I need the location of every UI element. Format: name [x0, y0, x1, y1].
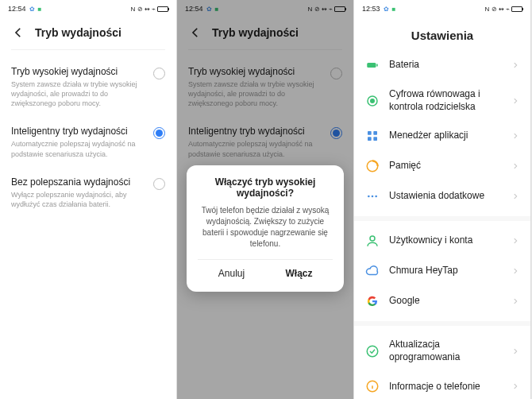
chevron-right-icon: [511, 234, 519, 248]
screen-performance-mode: 12:54 ✿ ■ N ⊘ ↭ ⌁ Tryb wydajności Tryb w…: [0, 0, 177, 399]
divider: [11, 49, 165, 50]
svg-point-9: [368, 196, 370, 198]
row-label: Użytkownicy i konta: [389, 234, 502, 247]
wellbeing-icon: [365, 94, 380, 108]
header: Tryb wydajności: [0, 17, 176, 46]
settings-row-battery[interactable]: Bateria: [365, 50, 519, 80]
svg-rect-0: [367, 63, 376, 68]
google-icon: [365, 294, 380, 308]
settings-row-digital-balance[interactable]: Cyfrowa równowaga i kontrola rodzicielsk…: [365, 80, 519, 121]
settings-row-cloud[interactable]: Chmura HeyTap: [365, 256, 519, 286]
status-bar: 12:54 ✿ ■ N ⊘ ↭ ⌁: [0, 0, 176, 17]
status-dot2-icon: ■: [38, 6, 42, 13]
additional-icon: [365, 189, 380, 203]
svg-rect-4: [368, 131, 372, 135]
option-high-performance[interactable]: Tryb wysokiej wydajności System zawsze d…: [11, 58, 165, 118]
settings-row-memory[interactable]: Pamięć: [365, 151, 519, 181]
chevron-right-icon: [511, 159, 519, 173]
apps-icon: [365, 129, 380, 143]
settings-row-additional[interactable]: Ustawienia dodatkowe: [365, 181, 519, 211]
settings-row-update[interactable]: Aktualizacja oprogramowania: [365, 331, 519, 371]
chevron-right-icon: [511, 379, 519, 393]
settings-row-google[interactable]: Google: [365, 286, 519, 316]
chevron-right-icon: [511, 58, 519, 72]
memory-icon: [365, 159, 380, 173]
battery-icon: [157, 6, 168, 12]
svg-rect-6: [368, 138, 372, 141]
svg-rect-5: [373, 131, 377, 135]
radio-icon[interactable]: [153, 178, 165, 190]
status-right: N ⊘ ↭ ⌁: [485, 6, 510, 13]
battery-icon: [511, 6, 522, 12]
status-time: 12:54: [8, 5, 26, 13]
confirm-dialog: Włączyć tryb wysokiej wydajności? Twój t…: [187, 165, 344, 292]
chevron-right-icon: [511, 129, 519, 143]
svg-point-12: [370, 236, 375, 241]
svg-point-13: [367, 346, 378, 357]
battery-row-icon: [365, 58, 380, 72]
chevron-right-icon: [511, 94, 519, 108]
page-title: Ustawienia: [411, 29, 473, 42]
status-dot-icon: ✿: [384, 6, 389, 13]
option-title: Inteligentny tryb wydajności: [11, 126, 147, 137]
cancel-button[interactable]: Anuluj: [198, 260, 265, 287]
status-dot-icon: ✿: [29, 6, 35, 13]
user-icon: [365, 234, 380, 248]
group-divider: [354, 321, 530, 326]
info-icon: [365, 379, 380, 393]
row-label: Aktualizacja oprogramowania: [389, 339, 502, 363]
header: Ustawienia: [354, 17, 530, 50]
row-label: Ustawienia dodatkowe: [389, 190, 502, 203]
svg-point-10: [372, 196, 374, 198]
update-icon: [365, 344, 380, 358]
row-label: Pamięć: [389, 160, 502, 172]
option-no-boost[interactable]: Bez polepszania wydajności Wyłącz poleps…: [11, 169, 165, 219]
chevron-right-icon: [511, 189, 519, 203]
status-bar: 12:53 ✿ ■ N ⊘ ↭ ⌁: [354, 0, 530, 17]
screen-settings: 12:53 ✿ ■ N ⊘ ↭ ⌁ Ustawienia Bateria Cyf…: [354, 0, 531, 399]
status-dot2-icon: ■: [392, 6, 396, 13]
back-icon[interactable]: [11, 25, 25, 40]
option-title: Tryb wysokiej wydajności: [11, 66, 147, 77]
radio-icon[interactable]: [153, 127, 165, 139]
chevron-right-icon: [511, 264, 519, 278]
row-label: Google: [389, 295, 502, 308]
svg-point-11: [375, 196, 377, 198]
status-right: N ⊘ ↭ ⌁: [131, 6, 156, 13]
row-label: Informacje o telefonie: [389, 381, 502, 393]
radio-icon[interactable]: [153, 68, 165, 79]
row-label: Menedżer aplikacji: [389, 130, 502, 142]
dialog-body: Twój telefon będzie działał z wysoką wyd…: [198, 205, 333, 250]
page-title: Tryb wydajności: [35, 26, 121, 39]
dialog-title: Włączyć tryb wysokiej wydajności?: [198, 176, 333, 199]
chevron-right-icon: [511, 344, 519, 358]
option-title: Bez polepszania wydajności: [11, 176, 147, 188]
group-divider: [354, 216, 530, 221]
option-desc: Automatycznie polepszaj wydajność na pod…: [11, 139, 147, 158]
confirm-button[interactable]: Włącz: [265, 260, 333, 287]
status-time: 12:53: [362, 5, 380, 13]
settings-row-app-manager[interactable]: Menedżer aplikacji: [365, 121, 519, 151]
screen-performance-mode-dialog: 12:54 ✿ ■ N ⊘ ↭ ⌁ Tryb wydajności Tryb w…: [177, 0, 354, 399]
svg-rect-7: [373, 138, 377, 141]
option-smart-performance[interactable]: Inteligentny tryb wydajności Automatyczn…: [11, 118, 165, 168]
settings-row-users[interactable]: Użytkownicy i konta: [365, 226, 519, 256]
option-desc: System zawsze działa w trybie wysokiej w…: [11, 79, 147, 108]
svg-rect-1: [376, 64, 378, 67]
row-label: Chmura HeyTap: [389, 265, 502, 277]
svg-point-3: [371, 99, 375, 103]
row-label: Cyfrowa równowaga i kontrola rodzicielsk…: [389, 88, 502, 113]
option-desc: Wyłącz polepszanie wydajności, aby wydłu…: [11, 190, 147, 209]
cloud-icon: [365, 264, 380, 278]
settings-row-about[interactable]: Informacje o telefonie: [365, 371, 519, 399]
chevron-right-icon: [511, 294, 519, 308]
row-label: Bateria: [389, 59, 502, 72]
